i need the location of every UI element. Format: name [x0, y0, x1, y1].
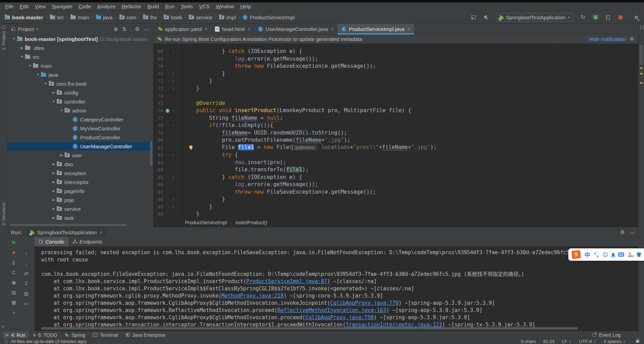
fold-open-icon[interactable]: ∨	[171, 151, 176, 159]
chevron-expanded-icon[interactable]: ▼	[27, 64, 33, 67]
menu-edit[interactable]: Edit	[17, 2, 32, 11]
skin-icon[interactable]	[636, 252, 642, 257]
line-number[interactable]: 82	[153, 151, 164, 159]
tree-item-controller[interactable]: ▼controller	[8, 97, 153, 106]
console-output[interactable]: processing failed; nested exception is c…	[34, 246, 638, 331]
menu-code[interactable]: Code	[76, 2, 94, 11]
tree-item-pojo[interactable]: ▶pojo	[8, 195, 153, 204]
sogou-logo-icon[interactable]: S	[571, 250, 581, 259]
line-number[interactable]: 90	[153, 211, 164, 218]
more-icon[interactable]: »	[12, 310, 15, 315]
warning-stripe-mark[interactable]	[640, 67, 643, 69]
tree-item-CategoryController[interactable]: CCategoryController	[8, 115, 153, 124]
line-number[interactable]: 89	[153, 203, 164, 211]
chevron-expanded-icon[interactable]: ▼	[58, 109, 65, 112]
close-icon[interactable]: ×	[408, 26, 410, 32]
line-number[interactable]: 81	[153, 144, 164, 152]
fold-end-icon[interactable]: ∧	[171, 85, 176, 93]
fold-end-icon[interactable]: ∧	[171, 48, 176, 55]
tree-item-UserManageController[interactable]: CUserManageController	[8, 142, 153, 151]
stacktrace-link[interactable]: ReflectiveMethodInvocation.java:163	[277, 307, 386, 313]
editor-scrollbar-thumb[interactable]	[640, 45, 643, 65]
warning-stripe-mark[interactable]	[640, 82, 643, 84]
line-number[interactable]: 77	[153, 115, 164, 122]
tab-console[interactable]: ▸Console	[34, 237, 68, 246]
breadcrumb-item-com[interactable]: com	[119, 14, 137, 20]
collapse-all-icon[interactable]: ⇅	[122, 26, 127, 32]
coverage-button[interactable]	[604, 13, 612, 21]
status-widget-utf-8[interactable]: UTF-8⇕	[579, 339, 596, 344]
close-icon[interactable]: ×	[331, 26, 334, 32]
tree-item-dao[interactable]: ▶dao	[8, 160, 153, 169]
build-hammer-icon[interactable]	[482, 13, 490, 21]
ime-emoji-icon[interactable]: ☺	[602, 251, 608, 258]
line-number[interactable]: 73	[153, 85, 164, 93]
breadcrumb-item-ProductServiceImpl[interactable]: CProductServiceImpl	[242, 14, 295, 20]
thread-dump-icon[interactable]: ◉	[12, 280, 16, 285]
tab-head.html[interactable]: Hhead.html×	[211, 24, 254, 34]
gear-icon[interactable]: ⚙	[135, 26, 140, 32]
chevron-expanded-icon[interactable]: ▼	[19, 55, 25, 58]
up-stack-icon[interactable]: ↑	[25, 251, 28, 256]
project-panel-title[interactable]: Project	[18, 26, 34, 32]
tree-item-pageInfo[interactable]: ▶pageInfo	[8, 186, 153, 195]
locate-file-icon[interactable]: ⊕	[114, 26, 118, 32]
line-number[interactable]: 70	[153, 63, 164, 70]
ime-punctuation-icon[interactable]: °,	[594, 251, 599, 258]
profile-icon[interactable]: 12	[628, 252, 633, 257]
breadcrumb-item-src[interactable]: src	[49, 14, 65, 20]
fold-open-icon[interactable]: ∨	[171, 122, 176, 129]
close-icon[interactable]: ×	[248, 26, 250, 32]
close-icon[interactable]: ×	[205, 26, 208, 32]
run-config-selector[interactable]: SpringbootTestApplication ▾	[496, 13, 573, 22]
status-widget-81-23[interactable]: 81:23	[543, 339, 555, 344]
toolwindow-button-terminal[interactable]: Terminal	[90, 331, 121, 339]
tab-endpoints[interactable]: Endpoints	[68, 237, 107, 246]
horizontal-scrollbar[interactable]	[41, 327, 578, 330]
horizontal-scrollbar[interactable]	[10, 224, 127, 226]
fold-end-icon[interactable]: ∧	[171, 174, 176, 181]
debug-button[interactable]	[592, 13, 599, 21]
line-number[interactable]: 74	[153, 92, 164, 100]
status-widget-4-spaces[interactable]: 4 spaces⇕	[604, 339, 626, 344]
breadcrumb-item-impl[interactable]: impl	[218, 14, 237, 20]
exit-icon[interactable]: ▤	[11, 290, 16, 295]
line-number[interactable]: 83	[153, 159, 164, 166]
breadcrumb-item-java[interactable]: java	[95, 14, 114, 20]
line-number[interactable]: 88	[153, 196, 164, 203]
right-stripe-icon[interactable]	[640, 26, 644, 29]
down-stack-icon[interactable]: ↓	[25, 261, 28, 266]
event-log-button[interactable]: Event Log	[592, 332, 641, 338]
override-marker-icon[interactable]: ↑	[165, 109, 170, 113]
chevron-expanded-icon[interactable]: ▼	[43, 82, 49, 85]
chevron-expanded-icon[interactable]: ▼	[35, 73, 41, 76]
chevron-collapsed-icon[interactable]: ▶	[51, 171, 57, 175]
menu-navigate[interactable]: Navigate	[49, 2, 75, 11]
layout-icon[interactable]: ▦	[11, 300, 16, 305]
line-number[interactable]: 80	[153, 137, 164, 144]
tree-item-com.lhx.book[interactable]: ▼com.lhx.book	[8, 79, 153, 88]
scroll-to-end-icon[interactable]: ↧	[24, 281, 28, 286]
menu-help[interactable]: Help	[237, 2, 254, 11]
menu-run[interactable]: Run	[162, 2, 178, 11]
rerun-icon[interactable]: ↻	[12, 240, 16, 245]
stacktrace-link[interactable]: CglibAopProxy.java:779	[330, 300, 399, 306]
fold-open-icon[interactable]: ∨	[171, 107, 176, 115]
breadcrumb-item-main[interactable]: main	[70, 14, 90, 20]
hide-panel-icon[interactable]: —	[144, 26, 149, 32]
stacktrace-link[interactable]: MethodProxy.java:218	[222, 293, 284, 299]
line-number[interactable]: 76	[153, 107, 164, 115]
fold-end-icon[interactable]: ∧	[171, 70, 176, 78]
chevron-collapsed-icon[interactable]: ▶	[51, 207, 57, 211]
tool-stripe-icon[interactable]	[2, 26, 5, 29]
tree-item-java[interactable]: ▼java	[8, 70, 153, 79]
tool-windows-icon[interactable]	[470, 13, 477, 21]
menu-tools[interactable]: Tools	[178, 2, 196, 11]
line-number[interactable]: 75	[153, 100, 164, 107]
chevron-collapsed-icon[interactable]: ▶	[51, 189, 57, 193]
chevron-collapsed-icon[interactable]: ▶	[51, 180, 57, 184]
stop-icon[interactable]: ■	[12, 250, 15, 255]
stripe-more-button[interactable]: »	[2, 324, 4, 329]
chevron-collapsed-icon[interactable]: ▶	[51, 216, 57, 219]
menu-window[interactable]: Window	[213, 2, 237, 11]
